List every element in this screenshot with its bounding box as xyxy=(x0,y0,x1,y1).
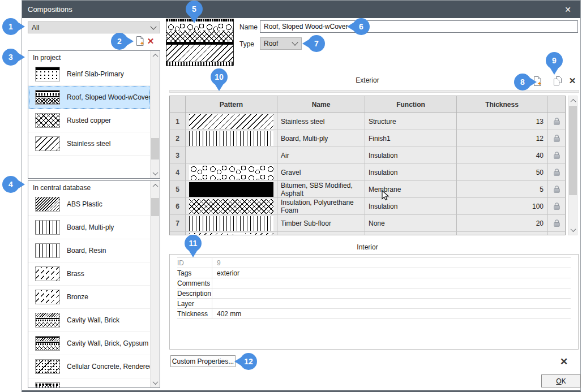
custom-properties-button[interactable]: Custom Properties... xyxy=(170,355,236,367)
scroll-up-icon[interactable] xyxy=(568,96,577,106)
list-item[interactable] xyxy=(28,378,150,388)
table-row[interactable]: 3AirInsulation40 xyxy=(170,147,565,164)
scrollbar-thumb[interactable] xyxy=(569,106,577,195)
delete-layer-button[interactable]: ✕ xyxy=(567,75,578,87)
list-item[interactable]: Stainless steel xyxy=(28,132,150,156)
list-item[interactable]: Roof, Sloped Wood-wCover xyxy=(28,86,150,109)
list-item[interactable]: Cellular Concrete, Rendered xyxy=(28,355,150,378)
pattern-swatch xyxy=(35,197,60,212)
pattern-swatch xyxy=(189,131,273,146)
list-item[interactable]: ABS Plastic xyxy=(28,193,150,216)
list-item[interactable]: Cavity Wall, Brick xyxy=(28,309,150,332)
function-cell: Finish1 xyxy=(365,130,457,147)
row-number: 7 xyxy=(170,215,186,232)
thickness-cell: 5 xyxy=(457,181,547,198)
name-label: Name xyxy=(239,23,258,31)
screenshot-stage: Compositions ✕ All ✕ In project Reinf Sl… xyxy=(0,0,582,392)
list-item-label: Brass xyxy=(67,270,84,278)
lock-cell[interactable] xyxy=(547,147,566,164)
table-row[interactable]: 5Bitumen, SBS Modified, AsphaltMembrane5 xyxy=(170,181,565,198)
property-value[interactable]: exterior xyxy=(212,269,239,277)
row-number: 6 xyxy=(170,198,186,215)
callout-badge-6: 6 xyxy=(353,18,370,35)
pattern-swatch xyxy=(35,290,60,304)
pattern-swatch xyxy=(35,243,60,258)
table-row[interactable] xyxy=(170,232,565,235)
preview-layer-insulation xyxy=(166,31,233,42)
scroll-down-icon[interactable] xyxy=(568,225,577,235)
name-input[interactable] xyxy=(260,20,578,33)
pattern-swatch xyxy=(35,67,60,81)
in-project-scrollbar[interactable] xyxy=(150,51,160,178)
column-header-pattern[interactable]: Pattern xyxy=(186,96,277,113)
column-header-function[interactable]: Function xyxy=(365,96,457,113)
pattern-swatch xyxy=(189,165,273,180)
property-label: Description xyxy=(177,288,212,298)
duplicate-layer-button[interactable] xyxy=(552,75,563,87)
table-row[interactable]: 7Timber Sub-floorNone20 xyxy=(170,215,565,232)
column-header-lock xyxy=(547,96,566,113)
lock-cell[interactable] xyxy=(547,232,566,235)
function-cell: None xyxy=(365,215,457,232)
property-value[interactable]: 402 mm xyxy=(212,310,241,318)
filter-dropdown[interactable]: All xyxy=(28,21,160,33)
list-item-label: Reinf Slab-Primary xyxy=(67,70,124,78)
name-cell: Board, Multi-ply xyxy=(277,130,365,147)
pattern-swatch xyxy=(35,382,60,388)
scroll-down-icon[interactable] xyxy=(151,169,160,178)
property-label: Comments xyxy=(177,278,212,288)
list-item[interactable]: Board, Multi-ply xyxy=(28,216,150,239)
table-row[interactable]: 1Stainless steelStructure13 xyxy=(170,113,565,130)
column-header-num xyxy=(170,96,186,113)
pattern-swatch xyxy=(35,136,60,151)
in-project-items: Reinf Slab-PrimaryRoof, Sloped Wood-wCov… xyxy=(28,63,150,156)
title-bar[interactable]: Compositions ✕ xyxy=(22,1,580,18)
delete-composition-button[interactable]: ✕ xyxy=(146,36,156,46)
lock-cell[interactable] xyxy=(547,198,566,215)
table-row[interactable]: 4GravelInsulation50 xyxy=(170,164,565,181)
table-row[interactable]: 2Board, Multi-plyFinish112 xyxy=(170,130,565,147)
lock-cell[interactable] xyxy=(547,130,566,147)
callout-badge-10: 10 xyxy=(211,68,228,85)
callout-badge-4: 4 xyxy=(2,176,19,193)
filter-dropdown-value: All xyxy=(32,24,39,32)
thickness-cell: 50 xyxy=(457,164,547,181)
lock-cell[interactable] xyxy=(547,181,566,198)
list-item[interactable]: Reinf Slab-Primary xyxy=(28,63,150,86)
list-item-label: Board, Multi-ply xyxy=(67,223,114,231)
lock-icon xyxy=(553,151,561,160)
row-number: 5 xyxy=(170,181,186,198)
close-detail-icon[interactable]: ✕ xyxy=(560,356,568,368)
column-header-name[interactable]: Name xyxy=(277,96,365,113)
list-item-label: Rusted copper xyxy=(67,117,111,124)
scrollbar-thumb[interactable] xyxy=(151,138,159,160)
layers-table-scrollbar[interactable] xyxy=(568,96,577,235)
scroll-up-icon[interactable] xyxy=(151,51,160,61)
property-value[interactable]: 9 xyxy=(212,259,221,267)
table-row[interactable]: 6Insulation, Polyurethane FoamInsulation… xyxy=(170,198,565,215)
pattern-swatch xyxy=(35,313,60,328)
lock-cell[interactable] xyxy=(547,215,566,232)
close-icon: ✕ xyxy=(569,76,576,86)
ok-button[interactable]: OK xyxy=(541,374,581,387)
type-dropdown-value: Roof xyxy=(264,40,278,48)
property-row: Thickness402 mm xyxy=(177,309,571,319)
list-item[interactable]: Brass xyxy=(28,262,150,286)
list-item[interactable]: Rusted copper xyxy=(28,109,150,132)
function-cell: Structure xyxy=(365,113,457,130)
scroll-up-icon[interactable] xyxy=(151,181,160,191)
type-dropdown[interactable]: Roof xyxy=(260,37,302,50)
in-central-scrollbar[interactable] xyxy=(150,181,160,387)
column-header-thickness[interactable]: Thickness xyxy=(457,96,547,113)
scroll-down-icon[interactable] xyxy=(151,378,160,387)
scrollbar-thumb[interactable] xyxy=(151,198,159,216)
pattern-swatch xyxy=(35,220,60,235)
new-composition-button[interactable] xyxy=(135,36,145,46)
list-item[interactable]: Cavity Wall, Brick, Gypsum xyxy=(28,332,150,355)
list-item-label: Roof, Sloped Wood-wCover xyxy=(67,93,151,101)
close-icon[interactable]: ✕ xyxy=(562,4,574,15)
list-item[interactable]: Board, Resin xyxy=(28,239,150,262)
lock-cell[interactable] xyxy=(547,113,566,130)
lock-cell[interactable] xyxy=(547,164,566,181)
list-item[interactable]: Bronze xyxy=(28,286,150,309)
